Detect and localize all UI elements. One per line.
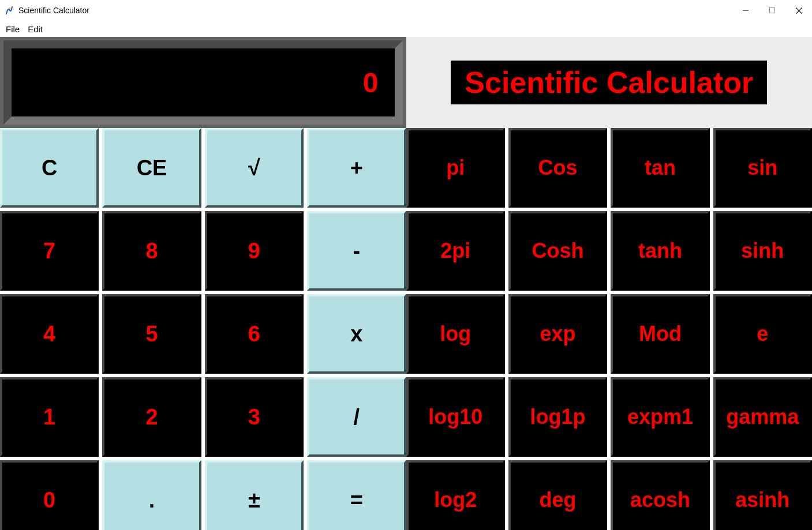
gamma-button[interactable]: gamma <box>713 377 812 457</box>
digit-0-button[interactable]: 0 <box>0 460 99 530</box>
menu-file[interactable]: File <box>6 24 20 34</box>
multiply-button[interactable]: x <box>307 294 406 374</box>
left-panel: 0 CCE√+789-456x123/0.±= <box>0 37 406 530</box>
digit-7-button[interactable]: 7 <box>0 211 99 291</box>
log10-button[interactable]: log10 <box>406 377 505 457</box>
acosh-button[interactable]: acosh <box>611 460 709 530</box>
pi-button[interactable]: pi <box>406 128 505 208</box>
digit-8-button[interactable]: 8 <box>102 211 201 291</box>
clear-entry-button[interactable]: CE <box>102 128 201 208</box>
display-row: 0 <box>0 37 406 128</box>
sin-button[interactable]: sin <box>713 128 812 208</box>
display: 0 <box>3 40 403 125</box>
heading-label: Scientific Calculator <box>451 61 767 104</box>
log1p-button[interactable]: log1p <box>508 377 607 457</box>
divide-button[interactable]: / <box>307 377 406 457</box>
maximize-button[interactable] <box>759 2 785 19</box>
window-controls <box>732 2 812 19</box>
two-pi-button[interactable]: 2pi <box>406 211 505 291</box>
right-panel: Scientific Calculator piCostansin2piCosh… <box>406 37 813 530</box>
svg-point-0 <box>9 7 11 9</box>
exp-button[interactable]: exp <box>508 294 607 374</box>
minus-button[interactable]: - <box>307 211 406 291</box>
menubar: File Edit <box>0 21 812 37</box>
digit-1-button[interactable]: 1 <box>0 377 99 457</box>
decimal-button[interactable]: . <box>102 460 201 530</box>
sinh-button[interactable]: sinh <box>713 211 812 291</box>
sqrt-button[interactable]: √ <box>205 128 304 208</box>
digit-3-button[interactable]: 3 <box>205 377 304 457</box>
menu-edit[interactable]: Edit <box>28 24 43 34</box>
log2-button[interactable]: log2 <box>406 460 505 530</box>
clear-button[interactable]: C <box>0 128 99 208</box>
svg-rect-2 <box>770 8 775 13</box>
expm1-button[interactable]: expm1 <box>611 377 709 457</box>
digit-5-button[interactable]: 5 <box>102 294 201 374</box>
cos-button[interactable]: Cos <box>508 128 607 208</box>
asinh-button[interactable]: asinh <box>713 460 812 530</box>
close-button[interactable] <box>785 2 812 19</box>
titlebar-left: Scientific Calculator <box>5 6 89 15</box>
tanh-button[interactable]: tanh <box>611 211 709 291</box>
window-title: Scientific Calculator <box>18 6 89 15</box>
deg-button[interactable]: deg <box>508 460 607 530</box>
tan-button[interactable]: tan <box>611 128 709 208</box>
digit-4-button[interactable]: 4 <box>0 294 99 374</box>
plus-button[interactable]: + <box>307 128 406 208</box>
digit-2-button[interactable]: 2 <box>102 377 201 457</box>
display-value: 0 <box>363 67 379 99</box>
e-button[interactable]: e <box>713 294 812 374</box>
mod-button[interactable]: Mod <box>611 294 709 374</box>
cosh-button[interactable]: Cosh <box>508 211 607 291</box>
standard-keypad: CCE√+789-456x123/0.±= <box>0 128 406 530</box>
digit-9-button[interactable]: 9 <box>205 211 304 291</box>
heading-row: Scientific Calculator <box>406 37 813 128</box>
plus-minus-button[interactable]: ± <box>205 460 304 530</box>
log-button[interactable]: log <box>406 294 505 374</box>
scientific-keypad: piCostansin2piCoshtanhsinhlogexpModelog1… <box>406 128 813 530</box>
main: 0 CCE√+789-456x123/0.±= Scientific Calcu… <box>0 37 812 530</box>
equals-button[interactable]: = <box>307 460 406 530</box>
minimize-button[interactable] <box>732 2 759 19</box>
app-icon <box>5 6 14 15</box>
digit-6-button[interactable]: 6 <box>205 294 304 374</box>
titlebar: Scientific Calculator <box>0 0 812 21</box>
